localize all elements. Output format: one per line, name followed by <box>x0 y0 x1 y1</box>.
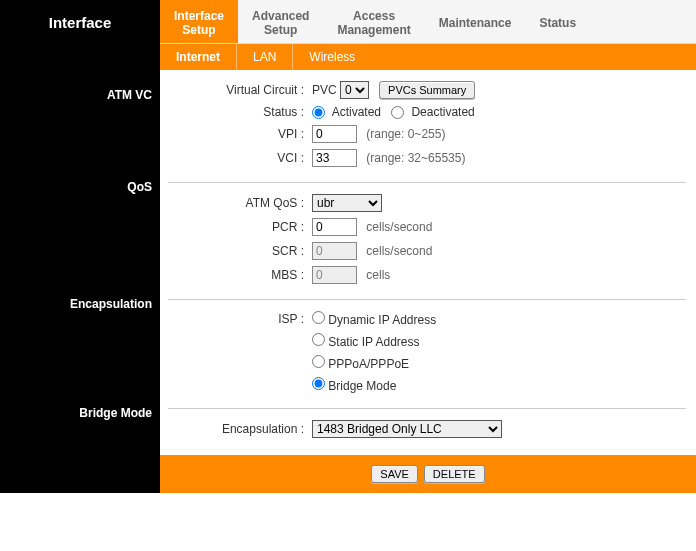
vc-label: Virtual Circuit <box>168 78 308 102</box>
pvcs-summary-button[interactable]: PVCs Summary <box>379 81 475 99</box>
pcr-label: PCR <box>168 215 308 239</box>
mbs-label: MBS <box>168 263 308 287</box>
scr-input <box>312 242 357 260</box>
tab-status[interactable]: Status <box>525 0 590 43</box>
footer-actions: SAVE DELETE <box>160 455 696 493</box>
section-title-atm-vc: ATM VC <box>0 70 160 174</box>
status-label: Status <box>168 102 308 122</box>
subtab-wireless[interactable]: Wireless <box>292 44 371 70</box>
isp-option-pppoe[interactable]: PPPoA/PPPoE <box>312 357 409 371</box>
vpi-range: (range: 0~255) <box>366 127 445 141</box>
vpi-label: VPI <box>168 122 308 146</box>
status-activated-option[interactable]: Activated <box>312 105 381 119</box>
sub-tabs: Internet LAN Wireless <box>160 44 696 70</box>
vci-range: (range: 32~65535) <box>366 151 465 165</box>
section-title-encapsulation: Encapsulation <box>0 291 160 400</box>
isp-option-static[interactable]: Static IP Address <box>312 335 420 349</box>
vc-prefix: PVC <box>312 83 337 97</box>
tab-advanced-setup[interactable]: Advanced Setup <box>238 0 323 43</box>
subtab-internet[interactable]: Internet <box>160 44 236 70</box>
vpi-input[interactable] <box>312 125 357 143</box>
pcr-unit: cells/second <box>366 220 432 234</box>
section-title-bridge-mode: Bridge Mode <box>0 400 160 455</box>
save-button[interactable]: SAVE <box>371 465 418 483</box>
atm-qos-label: ATM QoS <box>168 191 308 215</box>
bridge-encap-select[interactable]: 1483 Bridged Only LLC <box>312 420 502 438</box>
pcr-input[interactable] <box>312 218 357 236</box>
subtab-lan[interactable]: LAN <box>236 44 292 70</box>
vci-label: VCI <box>168 146 308 170</box>
bridge-encap-label: Encapsulation <box>168 417 308 441</box>
tab-interface-setup[interactable]: Interface Setup <box>160 0 238 43</box>
atm-qos-select[interactable]: ubr <box>312 194 382 212</box>
tab-access-management[interactable]: Access Management <box>323 0 424 43</box>
section-title-qos: QoS <box>0 174 160 291</box>
vci-input[interactable] <box>312 149 357 167</box>
scr-label: SCR <box>168 239 308 263</box>
main-tabs: Interface Setup Advanced Setup Access Ma… <box>160 0 696 44</box>
vc-select[interactable]: 0 <box>340 81 369 99</box>
isp-option-dynamic[interactable]: Dynamic IP Address <box>312 313 436 327</box>
delete-button[interactable]: DELETE <box>424 465 485 483</box>
mbs-unit: cells <box>366 268 390 282</box>
isp-option-bridge[interactable]: Bridge Mode <box>312 379 396 393</box>
footer-spacer <box>0 455 160 493</box>
status-deactivated-option[interactable]: Deactivated <box>391 105 475 119</box>
scr-unit: cells/second <box>366 244 432 258</box>
tab-maintenance[interactable]: Maintenance <box>425 0 526 43</box>
mbs-input <box>312 266 357 284</box>
subbar-spacer <box>0 44 160 70</box>
isp-label: ISP <box>168 308 308 330</box>
brand-title: Interface <box>0 0 160 44</box>
